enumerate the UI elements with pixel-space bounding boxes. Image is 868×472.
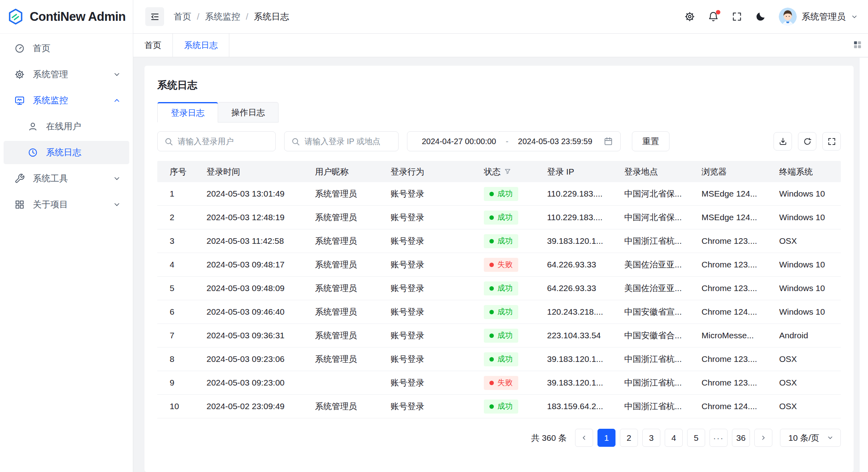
status-badge: 失败 (484, 376, 518, 390)
sidebar-item-label: 系统日志 (46, 147, 81, 159)
download-icon (778, 137, 788, 146)
action-cell: 账号登录 (391, 306, 484, 317)
table-row: 102024-05-02 23:09:49系统管理员账号登录成功183.159.… (157, 395, 841, 418)
sidebar-item-system-tools[interactable]: 系统工具 (4, 167, 129, 190)
download-button[interactable] (774, 132, 792, 151)
status-dot-icon (489, 357, 494, 362)
action-cell: 账号登录 (391, 353, 484, 365)
status-cell: 失败 (484, 258, 547, 272)
sidebar-menu: 首页系统管理系统监控在线用户系统日志系统工具关于项目 (0, 34, 133, 222)
sidebar-item-home[interactable]: 首页 (4, 37, 129, 60)
location-cell: 中国河北省保... (624, 212, 702, 223)
pagination-next-button[interactable] (754, 429, 772, 447)
chevron-down-icon (826, 434, 834, 442)
topbar-actions: 系统管理员 (684, 8, 858, 26)
main-area: 首页/系统监控/系统日志 (133, 0, 868, 472)
pagination-ellipsis[interactable]: ··· (710, 429, 728, 447)
status-badge: 成功 (484, 352, 518, 366)
ip-cell: 110.229.183.... (547, 213, 624, 222)
column-header: 终端系统 (779, 166, 841, 177)
refresh-button[interactable] (798, 132, 816, 151)
nickname-cell: 系统管理员 (315, 188, 391, 199)
location-cell: 中国安徽省合... (624, 330, 702, 341)
location-cell: 中国浙江省杭... (624, 353, 702, 365)
date-end: 2024-05-03 23:59:59 (511, 137, 599, 146)
monitor-icon (14, 95, 25, 106)
log-tab-操作日志[interactable]: 操作日志 (218, 102, 279, 123)
status-cell: 成功 (484, 352, 547, 366)
date-range-picker[interactable]: 2024-04-27 00:00:00 - 2024-05-03 23:59:5… (407, 131, 621, 151)
settings-button[interactable] (684, 11, 695, 22)
sidebar-item-system-management[interactable]: 系统管理 (4, 63, 129, 86)
location-cell: 中国浙江省杭... (624, 401, 702, 412)
pagination-page-5[interactable]: 5 (687, 429, 705, 447)
page-title: 系统日志 (157, 78, 841, 92)
topbar: 首页/系统监控/系统日志 (133, 0, 868, 34)
status-cell: 成功 (484, 400, 547, 414)
page-size-select[interactable]: 10 条/页 (780, 429, 841, 447)
index-cell: 10 (170, 402, 206, 411)
pagination-page-1[interactable]: 1 (597, 429, 615, 447)
status-dot-icon (489, 381, 494, 385)
breadcrumb-item[interactable]: 系统监控 (205, 11, 240, 23)
table-row: 52024-05-03 09:48:09系统管理员账号登录成功64.226.93… (157, 277, 841, 300)
status-badge: 成功 (484, 329, 518, 343)
index-cell: 5 (170, 283, 206, 293)
table-fullscreen-button[interactable] (822, 132, 841, 151)
login-ip-input[interactable] (305, 137, 392, 146)
chevron-down-icon (112, 200, 121, 209)
tab-list-button[interactable] (852, 40, 862, 51)
ip-cell: 64.226.93.33 (547, 260, 624, 269)
tab-首页[interactable]: 首页 (133, 34, 173, 57)
logo: ContiNew Admin (0, 0, 133, 34)
breadcrumb-item[interactable]: 系统日志 (254, 11, 289, 23)
ip-cell: 223.104.33.54 (547, 331, 624, 340)
status-dot-icon (489, 239, 494, 243)
status-dot-icon (489, 192, 494, 196)
time-cell: 2024-05-03 12:48:19 (206, 213, 315, 222)
reset-button[interactable]: 重置 (632, 131, 670, 151)
dashboard-icon (14, 43, 25, 54)
content-area: 系统日志 登录日志操作日志 2024-04-27 00:00:00 - 20 (133, 57, 868, 472)
sidebar-item-system-monitor[interactable]: 系统监控 (4, 89, 129, 112)
sidebar-collapse-button[interactable] (145, 7, 164, 26)
index-cell: 1 (170, 189, 206, 199)
column-header: 序号 (170, 166, 206, 177)
breadcrumb: 首页/系统监控/系统日志 (174, 11, 289, 23)
sidebar-item-about-project[interactable]: 关于项目 (4, 193, 129, 216)
pagination-page-2[interactable]: 2 (620, 429, 638, 447)
pagination-page-3[interactable]: 3 (642, 429, 660, 447)
os-cell: OSX (779, 354, 841, 364)
chevron-down-icon (850, 13, 858, 21)
index-cell: 8 (170, 354, 206, 364)
nickname-cell: 系统管理员 (315, 235, 391, 247)
theme-toggle-button[interactable] (755, 11, 766, 22)
action-cell: 账号登录 (391, 377, 484, 388)
notifications-button[interactable] (708, 11, 719, 22)
log-tab-登录日志[interactable]: 登录日志 (157, 102, 218, 123)
nickname-cell: 系统管理员 (315, 401, 391, 412)
scrollbar[interactable] (859, 58, 868, 472)
nickname-cell: 系统管理员 (315, 212, 391, 223)
table-row: 12024-05-03 13:01:49系统管理员账号登录成功110.229.1… (157, 182, 841, 206)
user-icon (28, 121, 38, 132)
status-dot-icon (489, 310, 494, 314)
user-menu[interactable]: 系统管理员 (779, 8, 858, 26)
notification-badge (716, 10, 720, 14)
pagination-page-4[interactable]: 4 (665, 429, 683, 447)
ip-cell: 39.183.120.1... (547, 378, 624, 388)
fullscreen-button[interactable] (732, 11, 742, 22)
grid-icon (14, 199, 25, 210)
login-user-input[interactable] (178, 137, 269, 146)
search-icon (291, 137, 300, 146)
status-badge: 成功 (484, 305, 518, 319)
sidebar-item-system-logs[interactable]: 系统日志 (4, 141, 129, 164)
os-cell: Windows 10 (779, 307, 841, 317)
nickname-cell: 系统管理员 (315, 353, 391, 365)
sidebar-item-online-users[interactable]: 在线用户 (4, 115, 129, 138)
expand-icon (827, 137, 836, 146)
pagination-page-36[interactable]: 36 (732, 429, 750, 447)
pagination-prev-button[interactable] (575, 429, 593, 447)
breadcrumb-item[interactable]: 首页 (174, 11, 191, 23)
tab-系统日志[interactable]: 系统日志 (173, 34, 229, 57)
